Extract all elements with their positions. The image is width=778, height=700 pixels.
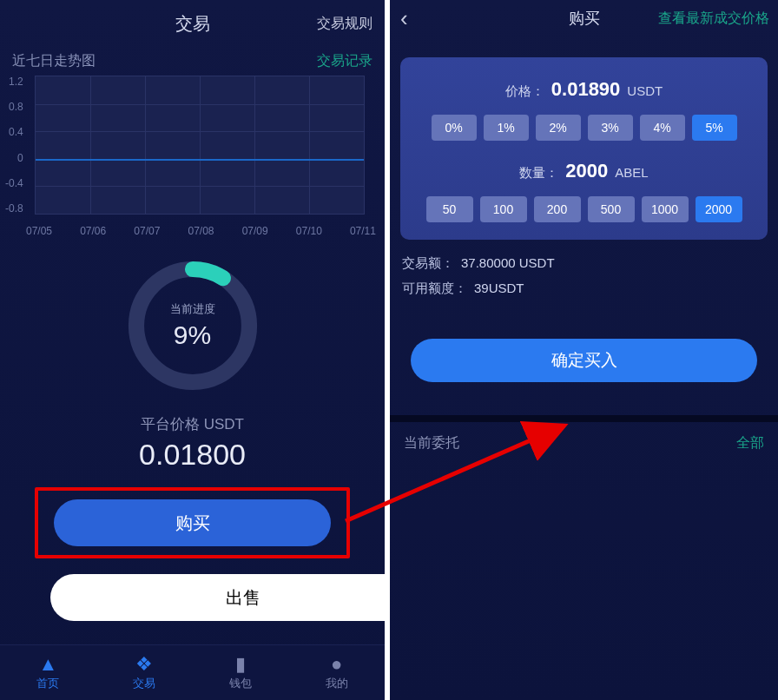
available-value: 39USDT — [474, 281, 524, 297]
y-tick: 0.8 — [5, 101, 23, 113]
y-tick: -0.8 — [5, 202, 23, 215]
buy-button[interactable]: 购买 — [54, 499, 331, 546]
available-label: 可用额度： — [402, 281, 467, 297]
chevron-left-icon: ‹ — [400, 5, 408, 31]
records-link[interactable]: 交易记录 — [317, 52, 373, 70]
confirm-buy-button[interactable]: 确定买入 — [411, 339, 757, 382]
page-title: 交易 — [175, 12, 210, 36]
gauge-value: 9% — [174, 320, 211, 350]
percent-chip[interactable]: 2% — [536, 115, 581, 141]
nav-home[interactable]: ▲ 首页 — [0, 645, 96, 700]
qty-label: 数量： — [519, 165, 558, 182]
all-orders-link[interactable]: 全部 — [736, 434, 764, 452]
qty-chip[interactable]: 100 — [480, 196, 527, 222]
trend-title: 近七日走势图 — [12, 52, 96, 70]
nav-label: 首页 — [36, 676, 59, 691]
user-icon: ● — [331, 655, 342, 674]
qty-chip[interactable]: 1000 — [642, 196, 689, 222]
x-tick: 07/08 — [188, 225, 214, 237]
x-tick: 07/07 — [134, 225, 160, 237]
percent-chip[interactable]: 5% — [692, 115, 737, 141]
x-tick: 07/10 — [296, 225, 322, 237]
nav-mine[interactable]: ● 我的 — [288, 645, 385, 700]
platform-price: 0.01800 — [0, 438, 385, 472]
qty-value: 2000 — [565, 160, 608, 182]
x-tick: 07/06 — [80, 225, 106, 237]
percent-chip[interactable]: 3% — [588, 115, 633, 141]
nav-label: 我的 — [326, 676, 348, 691]
percent-chip[interactable]: 0% — [432, 115, 477, 141]
x-tick: 07/05 — [26, 225, 52, 237]
y-tick: -0.4 — [5, 177, 23, 189]
x-tick: 07/11 — [350, 225, 376, 237]
nav-wallet[interactable]: ▮ 钱包 — [193, 645, 289, 700]
nav-label: 交易 — [133, 676, 155, 691]
progress-gauge: 当前进度 9% — [125, 258, 260, 393]
current-orders-label: 当前委托 — [404, 434, 459, 452]
nav-label: 钱包 — [229, 676, 252, 691]
y-tick: 1.2 — [5, 76, 23, 88]
back-button[interactable]: ‹ — [400, 7, 408, 30]
trade-amount-value: 37.80000 USDT — [461, 255, 555, 272]
trade-icon: ❖ — [135, 655, 153, 674]
price-value: 0.01890 — [551, 78, 621, 101]
trade-amount-label: 交易额： — [402, 255, 454, 272]
sell-button[interactable]: 出售 — [50, 574, 435, 621]
platform-price-label: 平台价格 USDT — [0, 414, 385, 434]
x-tick: 07/09 — [242, 225, 268, 237]
qty-chip[interactable]: 200 — [534, 196, 581, 222]
y-tick: 0 — [5, 152, 23, 164]
page-title: 购买 — [569, 8, 600, 29]
wallet-icon: ▮ — [235, 655, 246, 674]
qty-unit: ABEL — [615, 165, 648, 180]
percent-chip[interactable]: 4% — [640, 115, 685, 141]
price-unit: USDT — [627, 83, 663, 98]
gauge-label: 当前进度 — [170, 301, 215, 317]
qty-chip[interactable]: 50 — [426, 196, 473, 222]
nav-trade[interactable]: ❖ 交易 — [96, 645, 193, 700]
home-icon: ▲ — [38, 655, 57, 674]
y-tick: 0.4 — [5, 126, 23, 138]
qty-chip[interactable]: 500 — [588, 196, 635, 222]
trend-chart: 1.2 0.8 0.4 0 -0.4 -0.8 0 — [0, 76, 385, 237]
qty-chip[interactable]: 2000 — [696, 196, 742, 222]
latest-price-link[interactable]: 查看最新成交价格 — [658, 10, 769, 28]
annotation-highlight-box: 购买 — [35, 487, 350, 558]
price-label: 价格： — [505, 83, 544, 100]
rules-link[interactable]: 交易规则 — [317, 15, 373, 33]
percent-chip[interactable]: 1% — [484, 115, 529, 141]
